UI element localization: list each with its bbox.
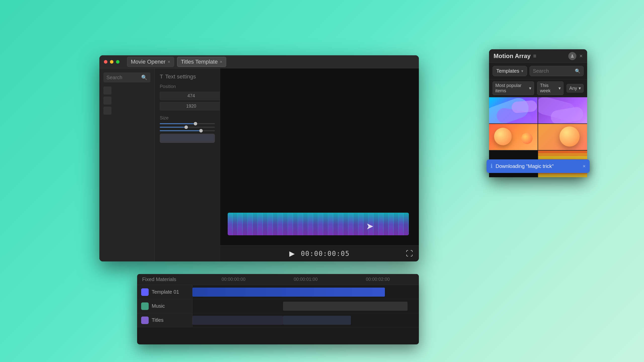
- toast-info-icon: ℹ: [491, 163, 493, 169]
- timeline-label-icon-music: [141, 302, 149, 310]
- track-clip-template[interactable]: [192, 288, 385, 297]
- track-row-template: [192, 285, 419, 299]
- track-row-music: [192, 299, 419, 313]
- ma-title-left: Motion Array ≡: [494, 53, 536, 60]
- timeline-label-music-text: Music: [152, 303, 165, 309]
- tab-titles-template-close[interactable]: ×: [220, 60, 222, 64]
- preview-controls: ▶ 00:00:00:05 ⛶: [220, 245, 419, 261]
- thumb-3-visual: [489, 124, 538, 150]
- slider-thumb-3[interactable]: [199, 129, 203, 132]
- timeline-label-icon-titles: [141, 316, 149, 324]
- slider-thumb-2[interactable]: [184, 125, 188, 129]
- ma-title-right: ×: [568, 52, 583, 60]
- toast-message: Downloading "Magic trick": [496, 163, 580, 169]
- ma-thumb-3[interactable]: [489, 124, 538, 151]
- ma-any-label: Any: [569, 86, 577, 91]
- ma-popular-filter[interactable]: Most popular items ▾: [493, 81, 534, 95]
- timeline-labels: Template 01 Music Titles: [137, 285, 192, 327]
- settings-title-label: Text settings: [165, 73, 196, 80]
- ma-menu-icon[interactable]: ≡: [533, 53, 536, 59]
- position-section: Position: [160, 84, 215, 110]
- thumb-1-wave-3: [511, 100, 537, 114]
- slider-fill-2: [160, 127, 186, 128]
- timeline-tracks: [192, 285, 419, 327]
- slider-fill-3: [160, 130, 201, 131]
- ma-title-text: Motion Array: [494, 53, 531, 60]
- ma-any-filter[interactable]: Any ▾: [567, 84, 584, 93]
- thumb-3-ball-2: [521, 133, 533, 144]
- track-clip-titles-2[interactable]: [283, 316, 351, 325]
- timeline-label-row-template: Template 01: [137, 285, 192, 299]
- timeline-label-template-text: Template 01: [152, 289, 179, 295]
- tab-movie-opener[interactable]: Movie Opener ×: [127, 57, 174, 67]
- tab-movie-opener-label: Movie Opener: [131, 59, 166, 65]
- traffic-light-minimize[interactable]: [110, 60, 113, 64]
- ma-thumb-4[interactable]: [538, 124, 587, 151]
- size-label: Size: [160, 115, 215, 121]
- dimension-w[interactable]: [160, 102, 223, 110]
- ma-user-avatar[interactable]: [568, 52, 576, 60]
- sidebar-search-input[interactable]: [106, 75, 139, 80]
- preview-canvas: ➤: [220, 68, 419, 245]
- ma-toolbar: Templates ▾ 🔍: [489, 63, 587, 79]
- size-section: Size: [160, 115, 215, 143]
- chevron-down-icon: ▾: [521, 69, 523, 73]
- ma-thumb-1[interactable]: [489, 97, 538, 124]
- timeline-area: Fixed Materials 00:00:00:00 00:00:01:00 …: [137, 274, 419, 344]
- slider-track-1: [160, 123, 215, 124]
- slider-thumb-1[interactable]: [194, 122, 197, 125]
- tab-titles-template[interactable]: Titles Template ×: [177, 57, 226, 67]
- motion-array-panel: Motion Array ≡ × Templates ▾ 🔍 Most popu…: [489, 49, 587, 177]
- traffic-light-maximize[interactable]: [116, 60, 119, 64]
- timeline-label-row-music: Music: [137, 299, 192, 313]
- position-x[interactable]: [160, 92, 223, 100]
- filmstrip-teal: [228, 213, 409, 235]
- play-button[interactable]: ▶: [289, 249, 295, 258]
- position-label: Position: [160, 84, 215, 89]
- ma-close-button[interactable]: ×: [579, 53, 583, 59]
- settings-panel: T Text settings Position Size: [155, 68, 220, 261]
- tab-movie-opener-close[interactable]: ×: [168, 60, 170, 64]
- thumb-1-visual: [489, 97, 538, 123]
- slider-row-3: [160, 130, 215, 131]
- preview-filmstrip: [228, 213, 411, 235]
- download-toast: ℹ Downloading "Magic trick" ×: [487, 159, 590, 173]
- position-row-1: [160, 92, 215, 100]
- thumb-4-ball: [559, 126, 580, 147]
- sidebar-nav-item-2[interactable]: [103, 97, 111, 105]
- sidebar-nav-item-3[interactable]: [103, 107, 111, 115]
- fullscreen-icon[interactable]: ⛶: [406, 249, 413, 258]
- ma-thumb-2[interactable]: [538, 97, 587, 124]
- ma-templates-dropdown[interactable]: Templates ▾: [493, 66, 527, 76]
- ruler-mark-0: 00:00:00:00: [197, 277, 270, 282]
- timeline-body: Template 01 Music Titles: [137, 285, 419, 327]
- traffic-light-close[interactable]: [104, 60, 107, 64]
- toast-close-button[interactable]: ×: [583, 163, 586, 169]
- ma-templates-label: Templates: [496, 68, 519, 74]
- slider-track-2: [160, 127, 215, 128]
- chevron-week-icon: ▾: [558, 85, 561, 91]
- slider-fill-1: [160, 123, 195, 124]
- track-clip-titles[interactable]: [192, 316, 283, 325]
- timeline-label-titles-text: Titles: [152, 317, 164, 323]
- ma-week-label: This week: [540, 83, 557, 94]
- track-row-titles: [192, 313, 419, 327]
- track-clip-music[interactable]: [283, 302, 408, 311]
- preview-area: ➤ ▶ 00:00:00:05 ⛶: [220, 68, 419, 261]
- ma-filters: Most popular items ▾ This week ▾ Any ▾: [489, 79, 587, 97]
- settings-title: T Text settings: [160, 73, 215, 80]
- ma-titlebar: Motion Array ≡ ×: [489, 49, 587, 63]
- filmstrip-inner[interactable]: [228, 213, 409, 235]
- editor-titlebar: Movie Opener × Titles Template ×: [99, 55, 419, 68]
- ma-search-input[interactable]: [533, 68, 573, 74]
- sidebar-search-container[interactable]: 🔍: [103, 72, 150, 82]
- svg-point-0: [572, 55, 573, 56]
- ma-search-container[interactable]: 🔍: [530, 66, 584, 76]
- ma-week-filter[interactable]: This week ▾: [537, 81, 563, 95]
- slider-row-1: [160, 123, 215, 124]
- timeline-label-row-titles: Titles: [137, 313, 192, 327]
- sidebar-nav: [103, 86, 150, 116]
- cursor-arrow: ➤: [366, 221, 374, 232]
- color-swatch[interactable]: [160, 134, 215, 143]
- sidebar-nav-item-1[interactable]: [103, 86, 111, 95]
